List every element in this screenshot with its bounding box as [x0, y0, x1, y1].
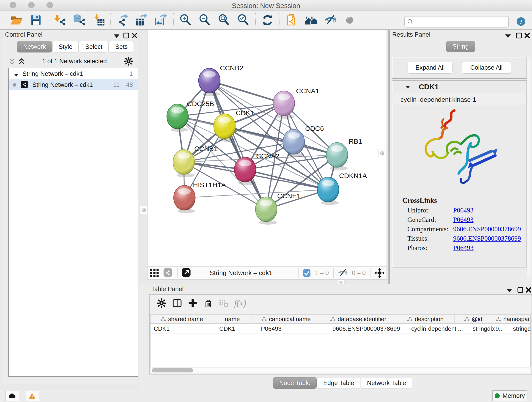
zoom-selected-icon[interactable] — [237, 14, 250, 27]
table-row[interactable]: CDK1CDK1P064939606.ENSP00000378699cyclin… — [151, 324, 530, 334]
export-table-icon[interactable] — [136, 14, 148, 27]
splitter-handle[interactable] — [140, 206, 147, 214]
warning-icon[interactable] — [25, 391, 39, 401]
import-network-file-icon[interactable] — [54, 14, 66, 27]
table-cell[interactable]: stringdb:9... — [469, 324, 510, 333]
panel-collapse-icon[interactable] — [113, 32, 120, 39]
delete-row-icon[interactable] — [203, 298, 214, 308]
tab-node-table[interactable]: Node Table — [273, 377, 317, 389]
table-settings-icon[interactable] — [156, 298, 167, 308]
cloud-icon[interactable] — [5, 391, 19, 401]
delete-table-icon[interactable] — [219, 298, 229, 308]
tab-network[interactable]: Network — [17, 41, 52, 52]
chevron-double-up-icon[interactable] — [18, 57, 25, 65]
import-network-database-icon[interactable] — [73, 14, 86, 27]
network-overview-grid-icon[interactable] — [149, 268, 159, 278]
zoom-in-icon[interactable] — [179, 14, 192, 27]
node-CCNA1[interactable] — [273, 91, 295, 119]
crosslink-link[interactable]: P06493 — [453, 206, 474, 214]
splitter-handle[interactable] — [337, 280, 345, 284]
add-row-icon[interactable] — [187, 298, 198, 308]
triangle-down-icon[interactable] — [14, 72, 19, 76]
memory-button[interactable]: Memory — [492, 390, 527, 401]
table-cell[interactable]: stringdb — [510, 324, 531, 333]
column-header-description[interactable]: description — [396, 315, 455, 323]
panel-float-icon[interactable] — [515, 32, 522, 39]
column-header-database-identifier[interactable]: database identifier — [320, 315, 396, 323]
search-input[interactable] — [415, 17, 506, 26]
chevron-double-down-icon[interactable] — [8, 57, 16, 65]
table-cell[interactable]: CDK1 — [151, 324, 216, 333]
panel-collapse-icon[interactable] — [505, 32, 511, 39]
node-RB1[interactable] — [326, 143, 348, 170]
node-CDC25B[interactable] — [167, 104, 188, 132]
open-session-icon[interactable] — [10, 14, 23, 27]
selected-checkbox-icon[interactable] — [303, 269, 311, 277]
help-button[interactable]: ? — [515, 16, 527, 27]
network-graph[interactable]: CCNB2CCNA1CDC25BCDK1CDC6RB1CCNB1CCNA2CDK… — [147, 30, 386, 267]
triangle-down-icon[interactable] — [405, 85, 411, 89]
export-image-icon[interactable] — [155, 14, 168, 27]
panel-close-icon[interactable] — [524, 32, 531, 39]
fit-content-icon[interactable] — [218, 14, 230, 27]
network-row[interactable]: String Network – cdk1 11 48 — [9, 79, 138, 90]
manage-columns-icon[interactable] — [172, 298, 182, 308]
crosslink-link[interactable]: P06493 — [453, 244, 474, 252]
import-table-file-icon[interactable] — [92, 14, 105, 27]
table-cell[interactable]: CDK1 — [216, 324, 258, 333]
tab-select[interactable]: Select — [79, 41, 109, 52]
tab-network-table[interactable]: Network Table — [361, 377, 412, 389]
splitter-handle[interactable] — [379, 149, 386, 157]
scrollbar-thumb[interactable] — [152, 368, 193, 372]
network-collection-row[interactable]: String Network – cdk1 1 — [9, 68, 138, 79]
vertical-splitter[interactable] — [389, 30, 390, 284]
node-CCNB2[interactable] — [199, 68, 220, 96]
gear-icon[interactable] — [124, 56, 133, 66]
hide-selected-icon[interactable] — [324, 14, 337, 27]
collapse-all-button[interactable]: Collapse All — [462, 62, 511, 74]
table-hscrollbar[interactable] — [150, 368, 530, 373]
zoom-out-icon[interactable] — [198, 14, 211, 27]
show-all-icon[interactable] — [343, 14, 356, 27]
first-neighbors-icon[interactable] — [305, 14, 317, 27]
detach-view-icon[interactable] — [182, 268, 192, 278]
vertical-splitter[interactable] — [388, 30, 389, 284]
crosslink-link[interactable]: P06493 — [453, 216, 474, 223]
panel-collapse-icon[interactable] — [506, 287, 513, 294]
column-header-canonical-name[interactable]: canonical name — [252, 315, 320, 323]
panel-float-icon[interactable] — [123, 32, 130, 39]
node-CCNE1[interactable] — [255, 197, 277, 225]
export-network-icon[interactable] — [116, 14, 129, 27]
table-cell[interactable]: cyclin-dependent ... — [408, 324, 469, 333]
results-scrollbar[interactable] — [527, 57, 531, 277]
tab-string[interactable]: String — [446, 41, 475, 52]
panel-close-icon[interactable] — [131, 32, 138, 39]
column-header-shared-name[interactable]: shared name — [151, 315, 213, 323]
node-CCNB1[interactable] — [173, 150, 195, 177]
apply-preferred-layout-icon[interactable] — [261, 14, 274, 27]
edge-CCNB2-CCNA1[interactable] — [209, 81, 284, 103]
tab-sets[interactable]: Sets — [109, 41, 134, 52]
tab-edge-table[interactable]: Edge Table — [317, 377, 360, 389]
tab-style[interactable]: Style — [52, 41, 79, 52]
column-header-name[interactable]: name — [213, 315, 252, 323]
gene-section-header[interactable]: CDK1 — [392, 81, 526, 93]
crosslink-link[interactable]: 9606.ENSP00000378699 — [453, 235, 521, 242]
edge-CCNB2-CCNE1[interactable] — [209, 81, 266, 209]
pan-crosshair-icon[interactable] — [375, 268, 385, 278]
panel-close-icon[interactable] — [525, 287, 532, 293]
new-network-from-selection-icon[interactable] — [285, 14, 298, 27]
network-canvas[interactable]: CCNB2CCNA1CDC25BCDK1CDC6RB1CCNB1CCNA2CDK… — [147, 30, 387, 267]
table-cell[interactable]: 9606.ENSP00000378699 — [329, 324, 408, 333]
panel-float-icon[interactable] — [517, 287, 524, 293]
save-session-icon[interactable] — [29, 14, 42, 27]
crosslink-link[interactable]: 9606.ENSP00000378699 — [453, 225, 521, 233]
function-builder-button[interactable]: f(x) — [234, 298, 246, 308]
expand-all-button[interactable]: Expand All — [408, 62, 452, 74]
table-cell[interactable]: P06493 — [258, 324, 329, 333]
node-HIST1H1A[interactable] — [174, 185, 195, 213]
network-birdseye-icon[interactable] — [163, 268, 173, 278]
column-header-@id[interactable]: @id — [455, 315, 492, 323]
node-CDKN1A[interactable] — [317, 177, 339, 205]
column-header-namespace[interactable]: namespace — [492, 315, 531, 323]
